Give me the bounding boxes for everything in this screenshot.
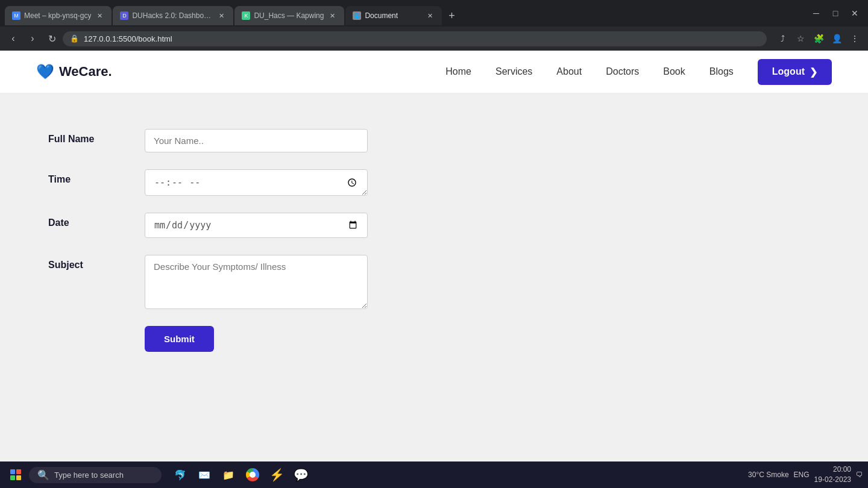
tab-controls: ─ □ ✕ [808,5,863,27]
reload-button[interactable]: ↻ [43,30,60,47]
full-name-row: Full Name [48,129,591,152]
taskbar-datetime: 20:00 19-02-2023 [814,465,851,485]
back-button[interactable]: ‹ [5,30,22,47]
logo-text: WeCare. [59,64,112,80]
nav-doctors[interactable]: Doctors [606,66,639,77]
tab-close-meet[interactable]: ✕ [95,11,104,20]
full-name-label: Full Name [48,129,121,145]
tab-title-document: Document [365,11,421,20]
time-row: Time [48,169,591,196]
taskbar-dolphin-app[interactable]: 🐬 [169,463,192,486]
taskbar-whatsapp-app[interactable]: 💬 [289,463,312,486]
submit-button[interactable]: Submit [145,326,214,352]
website-content: 💙 WeCare. Home Services About Doctors Bo… [0,51,868,394]
taskbar-system: 30°C Smoke ENG 20:00 19-02-2023 🗨 [748,465,863,485]
nav-home[interactable]: Home [445,66,471,77]
logout-label: Logout [772,66,805,77]
url-display: 127.0.0.1:5500/book.html [84,34,760,43]
taskbar-language: ENG [794,471,810,479]
nav-about[interactable]: About [556,66,582,77]
browser-chrome: M Meet – kpb-ynsq-gcy ✕ D DUHacks 2.0: D… [0,0,868,51]
tab-duhacks[interactable]: D DUHacks 2.0: Dashboard | Devfo ✕ [113,6,233,25]
tab-favicon-duhacks: D [120,11,128,20]
time-label: Time [48,169,121,185]
taskbar-time-display: 20:00 [814,465,851,475]
full-name-input[interactable] [145,129,368,152]
taskbar-date-display: 19-02-2023 [814,475,851,485]
address-bar-row: ‹ › ↻ 🔒 127.0.0.1:5500/book.html ⤴ ☆ 🧩 👤… [0,27,868,51]
subject-label: Subject [48,255,121,271]
minimize-button[interactable]: ─ [808,5,825,22]
security-icon: 🔒 [70,34,79,43]
taskbar-folder-app[interactable]: 📁 [217,463,240,486]
maximize-button[interactable]: □ [827,5,844,22]
address-bar-actions: ⤴ ☆ 🧩 👤 ⋮ [774,30,863,47]
taskbar-mail-app[interactable]: ✉️ [193,463,216,486]
logo[interactable]: 💙 WeCare. [36,63,112,80]
share-icon[interactable]: ⤴ [774,30,791,47]
menu-icon[interactable]: ⋮ [846,30,863,47]
logout-arrow-icon: ❯ [810,66,817,78]
nav-blogs[interactable]: Blogs [709,66,734,77]
tab-favicon-meet: M [12,11,20,20]
start-button[interactable] [5,464,27,486]
tab-close-duhacks[interactable]: ✕ [216,11,226,20]
time-input[interactable] [145,169,368,196]
close-window-button[interactable]: ✕ [846,5,863,22]
logo-heart-icon: 💙 [36,63,54,80]
tab-meet[interactable]: M Meet – kpb-ynsq-gcy ✕ [5,6,112,25]
profile-icon[interactable]: 👤 [828,30,845,47]
taskbar-search[interactable]: 🔍 Type here to search [29,467,162,483]
taskbar-chrome-app[interactable] [241,463,264,486]
taskbar-apps: 🐬 ✉️ 📁 ⚡ 💬 [169,463,312,486]
taskbar: 🔍 Type here to search 🐬 ✉️ 📁 ⚡ 💬 30°C Sm… [0,461,868,488]
tab-favicon-document: 🌐 [353,11,361,20]
nav-services[interactable]: Services [495,66,532,77]
bookmark-icon[interactable]: ☆ [792,30,809,47]
tab-bar: M Meet – kpb-ynsq-gcy ✕ D DUHacks 2.0: D… [0,0,868,27]
navbar: 💙 WeCare. Home Services About Doctors Bo… [0,51,868,93]
new-tab-button[interactable]: + [443,7,460,24]
date-row: Date [48,213,591,238]
taskbar-weather: 30°C Smoke [748,471,789,479]
date-label: Date [48,213,121,228]
tab-kapwing[interactable]: K DU_Hacs — Kapwing ✕ [234,6,344,25]
tab-document[interactable]: 🌐 Document ✕ [345,6,442,25]
taskbar-search-icon: 🔍 [37,469,49,481]
logout-button[interactable]: Logout ❯ [758,59,832,85]
extensions-icon[interactable]: 🧩 [810,30,827,47]
tab-close-document[interactable]: ✕ [425,11,435,20]
tab-close-kapwing[interactable]: ✕ [327,11,337,20]
tab-title-meet: Meet – kpb-ynsq-gcy [24,11,91,20]
booking-form: Full Name Time Date Subject Submit [48,129,591,352]
forward-button[interactable]: › [24,30,41,47]
tab-favicon-kapwing: K [242,11,250,20]
date-input[interactable] [145,213,368,238]
taskbar-code-app[interactable]: ⚡ [265,463,288,486]
tab-title-kapwing: DU_Hacs — Kapwing [254,11,324,20]
address-bar[interactable]: 🔒 127.0.0.1:5500/book.html [63,31,767,46]
subject-textarea[interactable] [145,255,368,309]
main-content: Full Name Time Date Subject Submit [0,93,868,394]
nav-book[interactable]: Book [663,66,685,77]
taskbar-notification-icon[interactable]: 🗨 [856,471,863,479]
subject-row: Subject [48,255,591,309]
nav-links: Home Services About Doctors Book Blogs L… [445,59,832,85]
tab-title-duhacks: DUHacks 2.0: Dashboard | Devfo [132,11,213,20]
windows-icon [10,469,21,480]
taskbar-search-text: Type here to search [54,471,124,480]
